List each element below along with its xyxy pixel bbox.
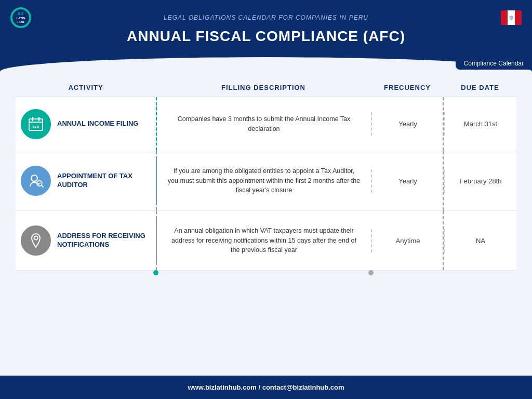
- activity-name-3: ADDRESS FOR RECEIVING NOTIFICATIONS: [57, 232, 151, 249]
- due-date-3: NA: [444, 229, 516, 252]
- col-activity: ACTIVITY: [16, 84, 156, 91]
- due-date-2: February 28th: [444, 169, 516, 193]
- table-header: ACTIVITY FILLING DESCRIPTION FRECUENCY D…: [16, 81, 516, 95]
- activity-name-2: APPOINTMENT OF TAX AUDITOR: [57, 172, 151, 190]
- activity-cell-2: APPOINTMENT OF TAX AUDITOR: [16, 158, 156, 204]
- header-subtitle: LEGAL OBLIGATIONS CALENDAR FOR COMPANIES…: [42, 14, 490, 21]
- col-frequency: FRECUENCY: [371, 84, 444, 91]
- table-row: TAX ANNUAL INCOME FILING Companies have …: [16, 97, 516, 151]
- svg-text:HUB: HUB: [18, 20, 25, 23]
- main-content: ACTIVITY FILLING DESCRIPTION FRECUENCY D…: [0, 75, 532, 376]
- description-2: If you are among the obligated entities …: [156, 158, 371, 203]
- svg-text:BIZ: BIZ: [18, 12, 24, 16]
- table-row: ADDRESS FOR RECEIVING NOTIFICATIONS An a…: [16, 211, 516, 271]
- table-row: APPOINTMENT OF TAX AUDITOR If you are am…: [16, 151, 516, 211]
- address-icon: [21, 225, 51, 256]
- peru-flag: 🛡️: [501, 10, 522, 25]
- activity-cell-1: TAX ANNUAL INCOME FILING: [16, 101, 156, 147]
- svg-text:TAX: TAX: [32, 125, 39, 129]
- table-body: TAX ANNUAL INCOME FILING Companies have …: [16, 97, 516, 271]
- description-1: Companies have 3 months to submit the An…: [156, 107, 371, 142]
- svg-point-12: [34, 236, 38, 240]
- due-date-1: March 31st: [444, 112, 516, 136]
- logo-icon: BIZ LATIN HUB: [10, 7, 31, 28]
- svg-line-11: [42, 185, 43, 187]
- page-wrapper: BIZ LATIN HUB LEGAL OBLIGATIONS CALENDAR…: [0, 0, 532, 399]
- activity-cell-3: ADDRESS FOR RECEIVING NOTIFICATIONS: [16, 218, 156, 263]
- header: BIZ LATIN HUB LEGAL OBLIGATIONS CALENDAR…: [0, 0, 532, 57]
- tax-auditor-icon: [21, 166, 51, 196]
- description-3: An annual obligation in which VAT taxpay…: [156, 218, 371, 263]
- page-title: ANNUAL FISCAL COMPLIANCE (AFC): [10, 28, 522, 49]
- frequency-2: Yearly: [371, 169, 444, 193]
- svg-text:LATIN: LATIN: [16, 17, 25, 20]
- logo-area: BIZ LATIN HUB: [10, 7, 31, 28]
- activity-name-1: ANNUAL INCOME FILING: [57, 119, 138, 128]
- frequency-3: Anytime: [371, 229, 444, 252]
- compliance-tag: Compliance Calendar: [456, 57, 532, 70]
- annual-income-icon: TAX: [21, 109, 51, 139]
- col-due-date: DUE DATE: [444, 84, 516, 91]
- footer-contact: www.bizlatinhub.com / contact@bizlatinhu…: [188, 383, 344, 391]
- frequency-1: Yearly: [371, 112, 444, 136]
- footer: www.bizlatinhub.com / contact@bizlatinhu…: [0, 376, 532, 399]
- svg-point-9: [31, 175, 37, 181]
- col-filling: FILLING DESCRIPTION: [156, 84, 371, 91]
